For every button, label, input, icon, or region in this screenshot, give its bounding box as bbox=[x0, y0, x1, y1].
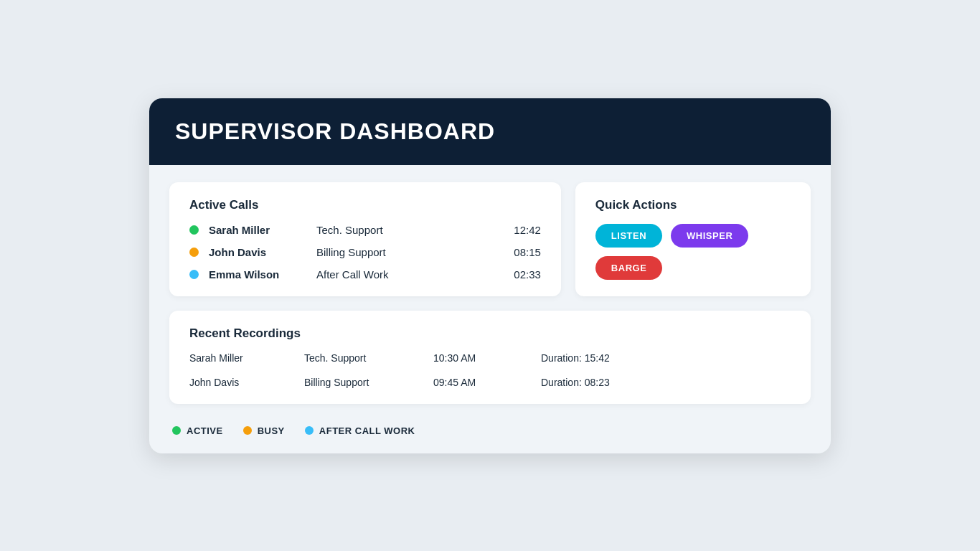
whisper-button[interactable]: WHISPER bbox=[671, 224, 748, 248]
call-agent: Sarah Miller bbox=[209, 224, 316, 236]
table-row: Sarah Miller Tech. Support 10:30 AM Dura… bbox=[189, 352, 791, 364]
barge-button[interactable]: BARGE bbox=[595, 256, 662, 280]
table-row: John Davis Billing Support 09:45 AM Dura… bbox=[189, 377, 791, 388]
rec-agent: John Davis bbox=[189, 377, 304, 388]
quick-actions-title: Quick Actions bbox=[595, 198, 791, 212]
call-list: Sarah Miller Tech. Support 12:42 John Da… bbox=[189, 224, 541, 281]
call-type: Tech. Support bbox=[316, 224, 431, 236]
legend-item-acw: After Call Work bbox=[305, 425, 415, 436]
dashboard-title: SUPERVISOR DASHBOARD bbox=[175, 118, 805, 145]
dashboard-card: SUPERVISOR DASHBOARD Active Calls Sarah … bbox=[149, 98, 831, 453]
call-agent: Emma Wilson bbox=[209, 268, 316, 281]
call-time: 08:15 bbox=[514, 246, 541, 258]
rec-type: Tech. Support bbox=[304, 352, 433, 364]
legend-label-acw: After Call Work bbox=[319, 425, 415, 436]
call-time: 12:42 bbox=[514, 224, 541, 236]
recording-list: Sarah Miller Tech. Support 10:30 AM Dura… bbox=[189, 352, 791, 388]
rec-time: 09:45 AM bbox=[433, 377, 541, 388]
rec-type: Billing Support bbox=[304, 377, 433, 388]
recordings-title: Recent Recordings bbox=[189, 326, 791, 341]
call-time: 02:33 bbox=[514, 268, 541, 281]
action-buttons: LISTEN WHISPER BARGE bbox=[595, 224, 791, 280]
legend-item-busy: BUSY bbox=[243, 425, 285, 436]
recordings-panel: Recent Recordings Sarah Miller Tech. Sup… bbox=[169, 311, 811, 404]
rec-duration: Duration: 15:42 bbox=[541, 352, 610, 364]
legend-dot-acw bbox=[305, 426, 314, 435]
rec-time: 10:30 AM bbox=[433, 352, 541, 364]
status-dot-acw bbox=[189, 270, 199, 279]
legend-dot-active bbox=[172, 426, 181, 435]
call-type: Billing Support bbox=[316, 246, 431, 258]
table-row: John Davis Billing Support 08:15 bbox=[189, 246, 541, 258]
legend-label-busy: BUSY bbox=[258, 425, 285, 436]
top-row: Active Calls Sarah Miller Tech. Support … bbox=[169, 182, 811, 296]
listen-button[interactable]: LISTEN bbox=[595, 224, 662, 248]
table-row: Emma Wilson After Call Work 02:33 bbox=[189, 268, 541, 281]
active-calls-panel: Active Calls Sarah Miller Tech. Support … bbox=[169, 182, 561, 296]
rec-agent: Sarah Miller bbox=[189, 352, 304, 364]
status-dot-busy bbox=[189, 248, 199, 257]
legend-row: ACTIVE BUSY After Call Work bbox=[169, 418, 811, 439]
active-calls-title: Active Calls bbox=[189, 198, 541, 212]
table-row: Sarah Miller Tech. Support 12:42 bbox=[189, 224, 541, 236]
rec-duration: Duration: 08:23 bbox=[541, 377, 610, 388]
legend-dot-busy bbox=[243, 426, 252, 435]
legend-label-active: ACTIVE bbox=[187, 425, 223, 436]
call-agent: John Davis bbox=[209, 246, 316, 258]
call-type: After Call Work bbox=[316, 268, 431, 281]
dashboard-body: Active Calls Sarah Miller Tech. Support … bbox=[149, 165, 831, 453]
dashboard-header: SUPERVISOR DASHBOARD bbox=[149, 98, 831, 165]
quick-actions-panel: Quick Actions LISTEN WHISPER BARGE bbox=[575, 182, 811, 296]
legend-item-active: ACTIVE bbox=[172, 425, 223, 436]
status-dot-active bbox=[189, 225, 199, 235]
